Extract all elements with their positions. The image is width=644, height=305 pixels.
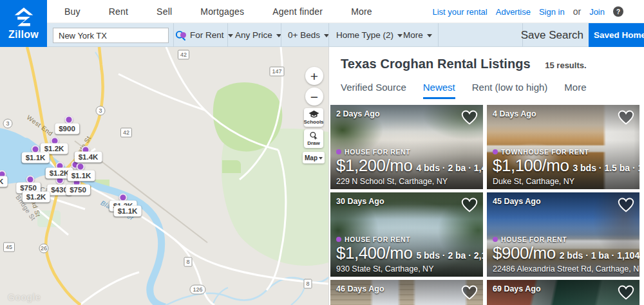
route-shield: 126: [189, 285, 205, 295]
sort-rent-low-to-high[interactable]: Rent (low to high): [472, 82, 548, 99]
sort-more[interactable]: More: [564, 82, 586, 99]
nav-agent-finder[interactable]: Agent finder: [272, 6, 323, 17]
results-header: Texas Croghan Rental Listings 15 results…: [329, 47, 644, 71]
nav-mortgages[interactable]: Mortgages: [200, 6, 244, 17]
route-shield: 42: [120, 128, 132, 138]
favorite-button[interactable]: [460, 109, 478, 127]
filter-any-price[interactable]: Any Price: [235, 23, 281, 47]
favorite-button[interactable]: [617, 284, 635, 302]
filter-for-rent-label: For Rent: [190, 30, 224, 40]
listing-priceline: $900/mo 2 bds · 1 ba · 1,104 s...: [493, 243, 636, 263]
listing-category: HOUSE FOR RENT: [336, 148, 479, 156]
logo-wordmark: Zillow: [8, 29, 39, 41]
listing-category: HOUSE FOR RENT: [493, 236, 636, 243]
listing-details: 4 bds · 2 ba · 1,48...: [416, 163, 483, 173]
listing-info: HOUSE FOR RENT $1,400/mo 5 bds · 2 ba · …: [336, 236, 479, 273]
listing-category: TOWNHOUSE FOR RENT: [493, 148, 636, 156]
filter-beds[interactable]: 0+ Beds: [288, 23, 329, 47]
zoom-in-button[interactable]: +: [305, 67, 323, 85]
divider: [227, 23, 228, 47]
listing-price: $1,400/mo: [336, 243, 412, 263]
chevron-down-icon: [397, 34, 402, 37]
map-price-label[interactable]: $1.1K: [114, 206, 142, 217]
listing-priceline: $1,200/mo 4 bds · 2 ba · 1,48...: [336, 156, 479, 176]
heart-icon: [617, 284, 635, 300]
listing-card[interactable]: 46 Days Ago: [330, 280, 483, 305]
map-type-button[interactable]: Map: [303, 152, 325, 163]
filter-for-rent[interactable]: For Rent: [180, 23, 233, 47]
result-count: 15 results.: [545, 60, 586, 70]
listing-price: $1,100/mo: [493, 156, 569, 176]
listing-card[interactable]: 4 Days Ago TOWNHOUSE FOR RENT $1,100/mo …: [487, 105, 639, 189]
filter-any-price-label: Any Price: [235, 30, 272, 40]
sign-in-link[interactable]: Sign in: [539, 7, 565, 17]
listing-age: 45 Days Ago: [493, 197, 541, 206]
chevron-down-icon: [319, 157, 323, 160]
map[interactable]: 334242147452681268West EndState StN Broa…: [0, 47, 328, 305]
sort-verified-source[interactable]: Verified Source: [341, 82, 406, 99]
for-rent-dot-icon: [180, 32, 186, 38]
map-price-label[interactable]: $750: [66, 185, 90, 196]
heart-icon: [460, 284, 478, 300]
saved-homes-button[interactable]: Saved Homes (0): [589, 23, 644, 47]
join-link[interactable]: Join: [589, 7, 605, 17]
route-shield: 3: [96, 106, 106, 116]
listing-age: 2 Days Ago: [336, 109, 380, 118]
listing-details: 2 bds · 1 ba · 1,104 s...: [560, 250, 639, 261]
filter-more-label: More: [403, 30, 423, 40]
zillow-logo[interactable]: Zillow: [0, 0, 47, 47]
listing-card[interactable]: 2 Days Ago HOUSE FOR RENT $1,200/mo 4 bd…: [330, 105, 483, 189]
nav-sell[interactable]: Sell: [156, 6, 172, 17]
heart-icon: [460, 196, 478, 213]
map-price-label[interactable]: $1.2K: [23, 192, 50, 203]
listing-address: 22486 Alexandria Street Rd, Carthage, NY: [493, 264, 636, 273]
favorite-button[interactable]: [617, 196, 635, 215]
listing-card[interactable]: 69 Days Ago: [487, 280, 639, 305]
heart-icon: [460, 109, 478, 125]
schools-label: Schools: [303, 119, 323, 125]
listing-details: 3 bds · 1.5 ba · 1,70...: [573, 163, 639, 173]
help-icon[interactable]: ?: [613, 6, 623, 17]
list-your-rental-link[interactable]: List your rental: [432, 7, 487, 17]
listing-address: 229 N School St, Carthage, NY: [336, 177, 479, 186]
map-price-label[interactable]: $1.4K: [0, 176, 7, 187]
save-search-button[interactable]: Save Search: [521, 23, 583, 47]
listing-age: 4 Days Ago: [493, 109, 536, 118]
route-shield: 8: [303, 279, 312, 289]
listing-address: Duke St, Carthage, NY: [493, 177, 636, 186]
favorite-button[interactable]: [617, 109, 635, 127]
listing-price: $1,200/mo: [336, 156, 412, 176]
zoom-out-button[interactable]: −: [305, 88, 323, 106]
nav-buy[interactable]: Buy: [64, 6, 80, 17]
nav-more[interactable]: More: [351, 6, 372, 17]
search-input[interactable]: [53, 31, 175, 41]
map-price-label[interactable]: $1.1K: [22, 152, 50, 163]
listing-info: HOUSE FOR RENT $1,200/mo 4 bds · 2 ba · …: [336, 148, 479, 186]
route-shield: 42: [178, 50, 189, 60]
favorite-button[interactable]: [460, 284, 478, 302]
favorite-button[interactable]: [460, 196, 478, 215]
schools-button[interactable]: Schools: [304, 108, 323, 127]
sort-newest[interactable]: Newest: [423, 82, 455, 99]
map-price-label[interactable]: $900: [55, 124, 79, 134]
filter-more[interactable]: More: [403, 23, 432, 47]
advertise-link[interactable]: Advertise: [496, 7, 531, 17]
route-shield: 26: [39, 244, 49, 254]
top-nav: Buy Rent Sell Mortgages Agent finder Mor…: [0, 0, 644, 23]
route-shield: 8: [184, 257, 192, 267]
listing-details: 5 bds · 2 ba · 2,12...: [416, 250, 483, 261]
map-price-label[interactable]: $1.1K: [68, 171, 95, 181]
map-price-label[interactable]: $1.4K: [75, 152, 102, 163]
divider: [281, 23, 281, 47]
draw-button[interactable]: Draw: [304, 129, 323, 148]
filter-beds-label: 0+ Beds: [288, 30, 320, 40]
map-attribution: Google: [8, 292, 41, 302]
zillow-app: Buy Rent Sell Mortgages Agent finder Mor…: [0, 0, 644, 305]
nav-rent[interactable]: Rent: [109, 6, 128, 17]
map-type-label: Map: [305, 154, 317, 162]
filter-home-type[interactable]: Home Type (2): [336, 23, 402, 47]
category-dot-icon: [493, 237, 498, 242]
listing-card[interactable]: 30 Days Ago HOUSE FOR RENT $1,400/mo 5 b…: [330, 192, 483, 277]
listing-price: $900/mo: [493, 243, 556, 263]
listing-card[interactable]: 45 Days Ago HOUSE FOR RENT $900/mo 2 bds…: [487, 192, 639, 277]
